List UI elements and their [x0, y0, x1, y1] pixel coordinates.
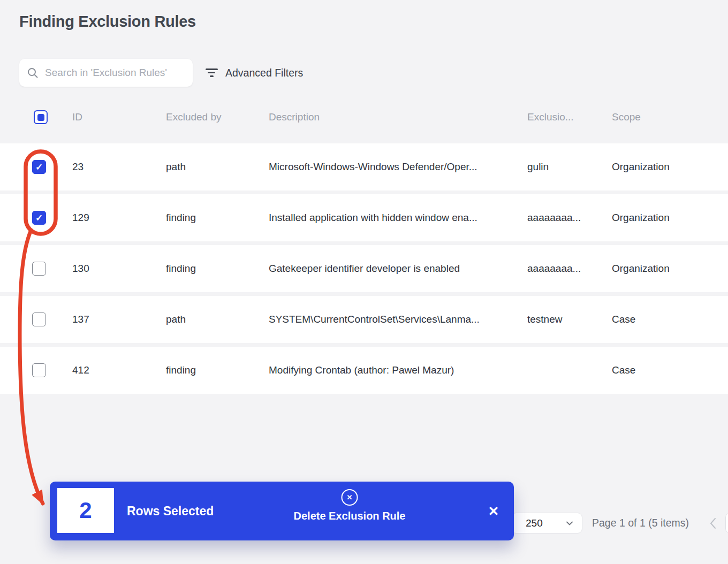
cell-description: Modifying Crontab (author: Pawel Mazur) — [269, 347, 454, 394]
cell-description: Installed application with hidden window… — [269, 194, 477, 241]
exclusion-rules-page: Finding Exclusion Rules Advanced Filters… — [0, 0, 728, 564]
selected-count-badge: 2 — [57, 488, 114, 533]
cell-description: Gatekeeper identifier developer is enabl… — [269, 245, 460, 292]
row-checkbox-unchecked[interactable] — [32, 363, 46, 377]
column-header-description[interactable]: Description — [269, 105, 320, 129]
table-row[interactable]: 137 path SYSTEM\CurrentControlSet\Servic… — [0, 296, 728, 343]
delete-exclusion-rule-button[interactable]: ✕ Delete Exclusion Rule — [294, 489, 406, 522]
table-row[interactable]: 412 finding Modifying Crontab (author: P… — [0, 347, 728, 394]
row-checkbox-checked[interactable]: ✓ — [32, 211, 46, 225]
column-header-excluded-by[interactable]: Excluded by — [166, 105, 222, 129]
cell-scope: Organization — [612, 194, 670, 241]
cell-scope: Case — [612, 296, 635, 343]
column-header-exclusion[interactable]: Exclusio... — [527, 105, 574, 129]
advanced-filters-button[interactable]: Advanced Filters — [205, 63, 303, 82]
table-row[interactable]: ✓ 23 path Microsoft-Windows-Windows Defe… — [0, 143, 728, 190]
rows-selected-label: Rows Selected — [127, 482, 214, 540]
cell-id: 129 — [72, 194, 89, 241]
close-icon: ✕ — [488, 504, 499, 519]
cell-excluded-by: path — [166, 143, 186, 190]
chevron-down-icon — [566, 521, 573, 526]
check-icon: ✓ — [35, 163, 43, 172]
cell-exclusion: gulin — [527, 143, 549, 190]
advanced-filters-label: Advanced Filters — [225, 67, 303, 79]
check-icon: ✓ — [35, 214, 43, 223]
cell-exclusion: testnew — [527, 296, 562, 343]
delete-exclusion-rule-label: Delete Exclusion Rule — [294, 510, 406, 522]
cell-scope: Organization — [612, 245, 670, 292]
column-header-id[interactable]: ID — [72, 105, 82, 129]
page-number-box-partial[interactable] — [725, 513, 728, 533]
cell-excluded-by: finding — [166, 347, 196, 394]
indeterminate-mark-icon — [37, 114, 44, 121]
row-checkbox-unchecked[interactable] — [32, 313, 46, 326]
table-row[interactable]: ✓ 129 finding Installed application with… — [0, 194, 728, 241]
cell-exclusion: aaaaaaaa... — [527, 245, 581, 292]
cell-id: 137 — [72, 296, 89, 343]
page-title: Finding Exclusion Rules — [19, 13, 196, 31]
search-input[interactable] — [45, 67, 185, 79]
select-all-checkbox[interactable] — [34, 110, 48, 124]
cell-id: 130 — [72, 245, 89, 292]
cell-excluded-by: finding — [166, 245, 196, 292]
cell-excluded-by: path — [166, 296, 186, 343]
filter-icon — [205, 68, 218, 77]
cell-exclusion: aaaaaaaa... — [527, 194, 581, 241]
cell-id: 23 — [72, 143, 84, 190]
close-selection-bar-button[interactable]: ✕ — [483, 482, 504, 540]
selection-bar: 2 Rows Selected ✕ Delete Exclusion Rule … — [50, 482, 514, 540]
pagination-status: Page 1 of 1 (5 items) — [592, 513, 689, 533]
search-icon — [27, 67, 39, 79]
table-row[interactable]: 130 finding Gatekeeper identifier develo… — [0, 245, 728, 292]
cell-description: SYSTEM\CurrentControlSet\Services\Lanma.… — [269, 296, 480, 343]
delete-circle-x-icon: ✕ — [342, 489, 358, 506]
table-body: ✓ 23 path Microsoft-Windows-Windows Defe… — [0, 143, 728, 398]
cell-id: 412 — [72, 347, 89, 394]
cell-scope: Case — [612, 347, 635, 394]
table-header: ID Excluded by Description Exclusio... S… — [0, 105, 728, 129]
row-checkbox-checked[interactable]: ✓ — [32, 160, 46, 174]
column-header-scope[interactable]: Scope — [612, 105, 641, 129]
cell-description: Microsoft-Windows-Windows Defender/Oper.… — [269, 143, 477, 190]
row-checkbox-unchecked[interactable] — [32, 262, 46, 276]
page-size-value: 250 — [526, 517, 543, 529]
page-size-select[interactable]: 250 — [511, 513, 582, 533]
cell-excluded-by: finding — [166, 194, 196, 241]
search-box[interactable] — [19, 59, 193, 87]
cell-scope: Organization — [612, 143, 670, 190]
chevron-left-icon[interactable] — [706, 513, 719, 533]
